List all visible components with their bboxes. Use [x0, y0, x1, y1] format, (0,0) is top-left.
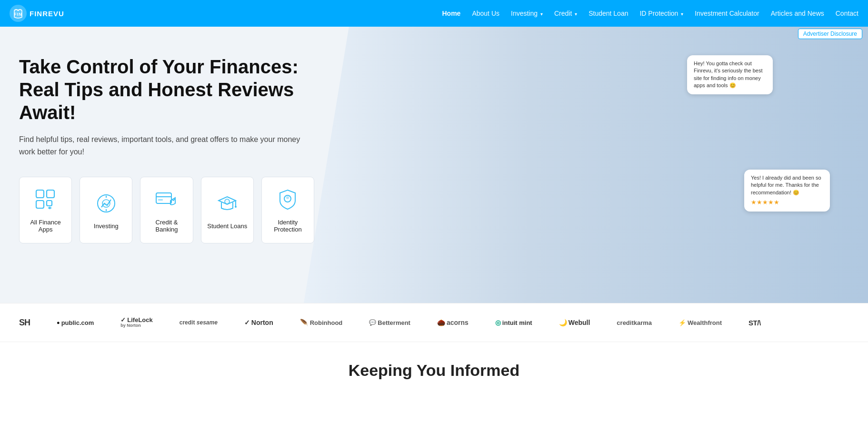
- svg-point-19: [286, 196, 289, 199]
- category-card-investing[interactable]: Investing: [80, 177, 132, 243]
- site-logo[interactable]: FIN FINREVU: [10, 5, 64, 22]
- brand-wealthfront[interactable]: ⚡Wealthfront: [678, 319, 722, 326]
- svg-rect-5: [47, 201, 52, 206]
- brand-norton[interactable]: ✓Norton: [244, 319, 273, 326]
- dropdown-arrow-icon: ▾: [681, 11, 683, 17]
- advertiser-disclosure-button[interactable]: Advertiser Disclosure: [798, 29, 862, 39]
- nav-link-id-protection[interactable]: ID Protection ▾: [639, 10, 683, 17]
- hero-title: Take Control of Your Finances: Real Tips…: [19, 55, 314, 124]
- category-card-all-finance-apps[interactable]: All Finance Apps: [19, 177, 72, 243]
- chat-stars: ★★★★★: [751, 198, 823, 207]
- credit-banking-icon: [154, 187, 179, 212]
- svg-rect-2: [36, 190, 44, 198]
- nav-link-student-loan[interactable]: Student Loan: [589, 10, 628, 17]
- brand-public[interactable]: ●public.com: [57, 319, 94, 326]
- svg-rect-4: [47, 190, 54, 198]
- brand-robinhood[interactable]: 🪶Robinhood: [300, 319, 343, 326]
- hero-background: [304, 27, 868, 303]
- nav-link-investing[interactable]: Investing ▾: [511, 10, 543, 17]
- dropdown-arrow-icon: ▾: [575, 11, 577, 17]
- category-label-identity-protection: Identity Protection: [267, 219, 309, 233]
- category-label-investing: Investing: [94, 222, 119, 230]
- student-loans-icon: [215, 191, 239, 216]
- category-card-identity-protection[interactable]: Identity Protection: [261, 177, 314, 243]
- chat-bubble-2: Yes! I already did and been so helpful f…: [744, 170, 830, 212]
- navigation: FIN FINREVU HomeAbout UsInvesting ▾Credi…: [0, 0, 868, 27]
- svg-rect-12: [156, 193, 171, 203]
- nav-link-credit[interactable]: Credit ▾: [554, 10, 577, 17]
- brand-stash[interactable]: ST/\: [748, 319, 761, 327]
- all-finance-apps-icon: [33, 187, 58, 212]
- category-card-credit-banking[interactable]: Credit & Banking: [140, 177, 193, 243]
- brand-creditses[interactable]: credit sesame: [180, 319, 218, 326]
- hero-section: Hey! You gotta check out Finrevu, it's s…: [0, 27, 868, 303]
- brand-mint[interactable]: ◎intuit mint: [495, 319, 532, 326]
- hero-subtitle: Find helpful tips, real reviews, importa…: [19, 133, 314, 158]
- nav-link-contact[interactable]: Contact: [836, 10, 858, 17]
- brand-webull[interactable]: 🌙Webull: [559, 319, 590, 326]
- nav-link-about-us[interactable]: About Us: [472, 10, 499, 17]
- svg-rect-3: [36, 201, 44, 208]
- svg-point-17: [235, 206, 237, 208]
- identity-protection-icon: [275, 187, 300, 212]
- informed-title: Keeping You Informed: [10, 361, 858, 380]
- brand-sh[interactable]: SH: [19, 318, 30, 328]
- nav-link-articles-and-news[interactable]: Articles and News: [771, 10, 824, 17]
- brand-acorns[interactable]: 🌰acorns: [437, 319, 469, 326]
- category-label-student-loans: Student Loans: [207, 222, 247, 230]
- brand-lifelock[interactable]: ✓LifeLockby Norton: [120, 317, 152, 328]
- brand-creditkarma[interactable]: creditkarma: [617, 319, 652, 326]
- dropdown-arrow-icon: ▾: [540, 11, 543, 17]
- hero-content: Take Control of Your Finances: Real Tips…: [0, 27, 333, 258]
- svg-text:FIN: FIN: [14, 12, 22, 17]
- chat-bubble-1: Hey! You gotta check out Finrevu, it's s…: [687, 55, 773, 94]
- brands-bar: SH●public.com✓LifeLockby Nortoncredit se…: [0, 303, 868, 342]
- category-label-all-finance-apps: All Finance Apps: [24, 219, 67, 233]
- informed-section: Keeping You Informed: [0, 342, 868, 389]
- investing-icon: [94, 191, 119, 216]
- category-card-student-loans[interactable]: Student Loans: [201, 177, 254, 243]
- nav-link-home[interactable]: Home: [442, 10, 461, 17]
- nav-link-investment-calculator[interactable]: Investment Calculator: [695, 10, 759, 17]
- svg-rect-14: [158, 199, 163, 201]
- svg-point-15: [225, 199, 229, 204]
- brand-betterment[interactable]: 💬Betterment: [369, 319, 410, 326]
- category-label-credit-banking: Credit & Banking: [145, 219, 188, 233]
- category-cards: All Finance Apps Investing Credit & Bank…: [19, 177, 314, 243]
